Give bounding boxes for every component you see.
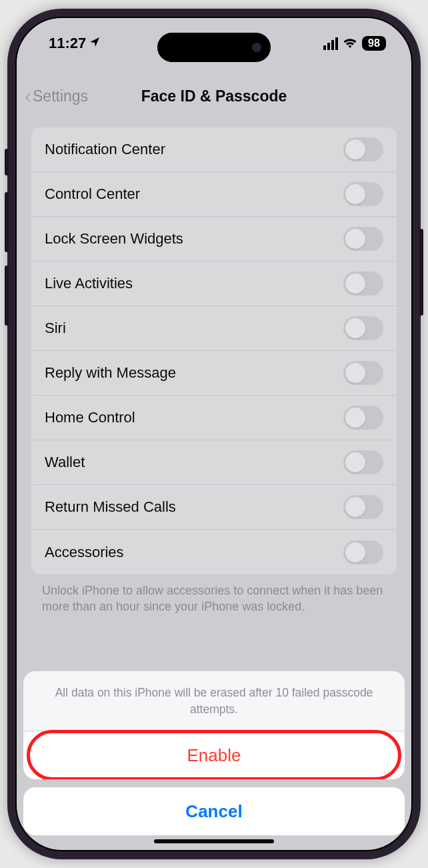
row-label: Live Activities	[45, 275, 133, 292]
back-label: Settings	[33, 87, 88, 105]
row-live-activities[interactable]: Live Activities	[31, 262, 397, 306]
cancel-button[interactable]: Cancel	[23, 787, 405, 835]
volume-up-button[interactable]	[5, 192, 9, 252]
cancel-group: Cancel	[23, 787, 405, 835]
section-footer: Unlock iPhone to allow accessories to co…	[17, 574, 411, 615]
enable-label: Enable	[187, 745, 241, 766]
toggle-switch[interactable]	[343, 137, 383, 161]
row-return-missed-calls[interactable]: Return Missed Calls	[31, 485, 397, 530]
toggle-switch[interactable]	[343, 272, 383, 296]
toggle-switch[interactable]	[343, 227, 383, 251]
row-label: Notification Center	[45, 141, 165, 158]
status-time: 11:27	[49, 35, 86, 52]
toggle-switch[interactable]	[343, 450, 383, 474]
silence-switch[interactable]	[5, 149, 9, 175]
action-sheet: All data on this iPhone will be erased a…	[23, 671, 405, 835]
screen: 11:27 98 ‹ Settings Face ID & Passcode	[15, 17, 413, 851]
row-label: Reply with Message	[45, 364, 176, 382]
row-accessories[interactable]: Accessories	[31, 530, 397, 574]
row-label: Wallet	[45, 454, 85, 471]
row-label: Siri	[45, 320, 66, 337]
toggle-switch[interactable]	[343, 316, 383, 340]
location-icon	[89, 37, 100, 51]
row-wallet[interactable]: Wallet	[31, 440, 397, 485]
phone-frame: 11:27 98 ‹ Settings Face ID & Passcode	[7, 9, 421, 859]
volume-down-button[interactable]	[5, 266, 9, 326]
settings-list: Notification Center Control Center Lock …	[31, 127, 397, 574]
toggle-switch[interactable]	[343, 182, 383, 206]
dynamic-island[interactable]	[157, 33, 271, 62]
cancel-label: Cancel	[185, 801, 242, 822]
toggle-switch[interactable]	[343, 361, 383, 385]
row-notification-center[interactable]: Notification Center	[31, 127, 397, 172]
back-button[interactable]: ‹ Settings	[25, 86, 88, 106]
enable-button[interactable]: Enable	[23, 731, 405, 779]
row-siri[interactable]: Siri	[31, 306, 397, 351]
row-label: Accessories	[45, 544, 124, 561]
toggle-switch[interactable]	[343, 495, 383, 519]
action-sheet-message: All data on this iPhone will be erased a…	[23, 671, 405, 731]
row-label: Lock Screen Widgets	[45, 230, 183, 248]
row-label: Home Control	[45, 409, 135, 426]
action-sheet-group: All data on this iPhone will be erased a…	[23, 671, 405, 779]
row-home-control[interactable]: Home Control	[31, 396, 397, 440]
row-label: Control Center	[45, 185, 140, 203]
nav-header: ‹ Settings Face ID & Passcode	[17, 69, 411, 127]
row-reply-with-message[interactable]: Reply with Message	[31, 351, 397, 396]
toggle-switch[interactable]	[343, 406, 383, 430]
row-control-center[interactable]: Control Center	[31, 172, 397, 217]
battery-indicator: 98	[362, 36, 386, 51]
wifi-icon	[343, 38, 357, 49]
row-lock-screen-widgets[interactable]: Lock Screen Widgets	[31, 217, 397, 262]
chevron-left-icon: ‹	[25, 86, 31, 106]
toggle-switch[interactable]	[343, 540, 383, 564]
cellular-signal-icon	[323, 37, 338, 50]
row-label: Return Missed Calls	[45, 498, 176, 516]
power-button[interactable]	[419, 229, 423, 316]
home-indicator[interactable]	[154, 839, 274, 843]
